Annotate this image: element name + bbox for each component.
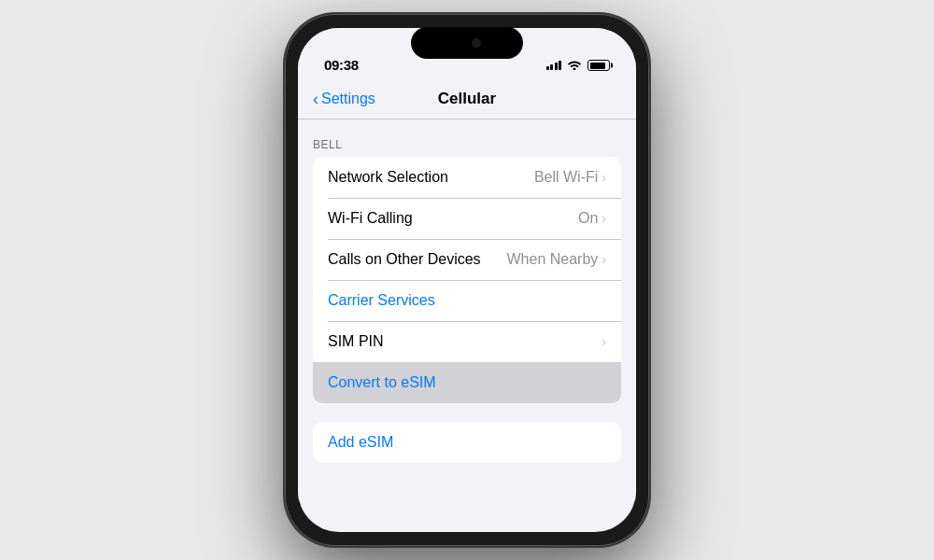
list-item-calls-other-devices[interactable]: Calls on Other Devices When Nearby ›: [313, 239, 621, 280]
back-chevron-icon: ‹: [313, 91, 318, 107]
sim-pin-label: SIM PIN: [328, 333, 384, 350]
sim-pin-value: ›: [601, 334, 606, 349]
signal-icon: [546, 61, 562, 70]
list-item-sim-pin[interactable]: SIM PIN ›: [313, 321, 621, 362]
page-title: Cellular: [438, 90, 496, 108]
nav-bar: ‹ Settings Cellular: [298, 78, 636, 119]
carrier-services-label: Carrier Services: [328, 292, 435, 309]
battery-icon: [587, 60, 610, 71]
calls-other-devices-label: Calls on Other Devices: [328, 251, 481, 268]
sim-pin-chevron-icon: ›: [601, 334, 606, 349]
network-selection-value: Bell Wi-Fi ›: [534, 169, 606, 186]
phone-frame: 09:38 ‹: [285, 14, 649, 546]
calls-other-devices-chevron-icon: ›: [601, 252, 606, 267]
calls-other-devices-value: When Nearby ›: [507, 251, 607, 268]
convert-esim-label: Convert to eSIM: [328, 374, 436, 391]
wifi-calling-value: On ›: [578, 210, 606, 227]
dynamic-island: [411, 27, 523, 59]
wifi-calling-chevron-icon: ›: [601, 211, 606, 226]
back-button[interactable]: ‹ Settings: [313, 91, 375, 107]
status-icons: [546, 58, 611, 73]
wifi-calling-label: Wi-Fi Calling: [328, 210, 413, 227]
list-item-carrier-services[interactable]: Carrier Services: [313, 280, 621, 321]
wifi-icon: [567, 58, 582, 73]
add-esim-label: Add eSIM: [328, 434, 393, 451]
back-label: Settings: [321, 91, 375, 107]
list-item-add-esim[interactable]: Add eSIM: [313, 422, 621, 463]
settings-list-group: Network Selection Bell Wi-Fi › Wi-Fi Cal…: [313, 157, 621, 403]
list-item-wifi-calling[interactable]: Wi-Fi Calling On ›: [313, 198, 621, 239]
list-item-convert-esim[interactable]: Convert to eSIM: [313, 362, 621, 403]
status-time: 09:38: [324, 57, 359, 73]
list-item-network-selection[interactable]: Network Selection Bell Wi-Fi ›: [313, 157, 621, 198]
network-selection-chevron-icon: ›: [601, 170, 606, 185]
section-label: BELL: [298, 138, 636, 151]
network-selection-label: Network Selection: [328, 169, 448, 186]
screen: 09:38 ‹: [298, 28, 636, 532]
settings-list-group-2: Add eSIM: [313, 422, 621, 463]
camera-dot: [472, 38, 481, 48]
content-area: BELL Network Selection Bell Wi-Fi › Wi-F…: [298, 119, 636, 500]
